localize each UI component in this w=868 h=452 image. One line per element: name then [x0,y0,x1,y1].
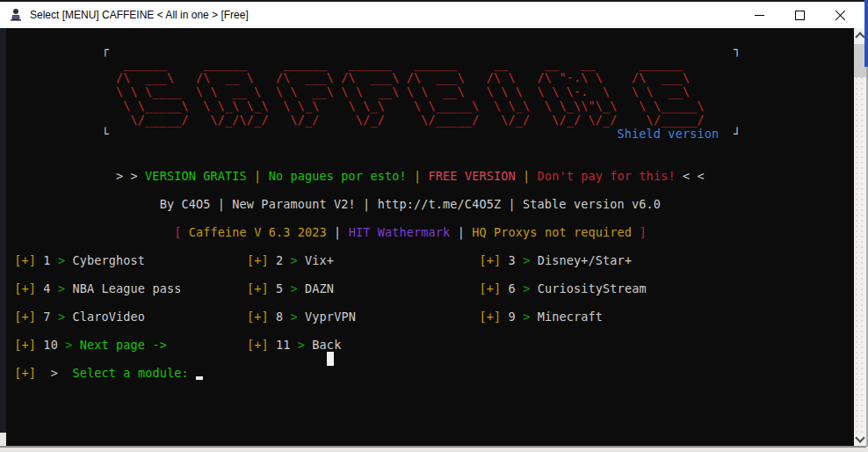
background-blue-edge [864,0,868,67]
tagline-dont-pay: Don't pay for this! [538,169,676,183]
terminal-text: \/_/ \/_/ [538,113,632,127]
terminal-text: /\ ___\ [407,70,487,84]
terminal-text: /\ ___\ [116,70,196,84]
terminal-text: \ \ \-. \ [538,84,632,98]
terminal-text [58,366,73,380]
terminal-text: [+] [247,338,269,352]
desktop: { "window": { "title": "Select [MENU] CA… [0,0,868,452]
terminal-output[interactable]: ┌ ┐ ______ ______ ______ ______ ______ _… [6,28,854,447]
menu-row-2: [+] 4 > NBA League pass [+] 5 > DAZN [+]… [7,281,647,295]
terminal-text: \/_____/ [632,113,712,127]
terminal-text: \ \_\ [487,98,538,113]
terminal-text: /\ ___\ [276,70,341,84]
banner-line-2: /\ ___\ /\ __ \ /\ ___\ /\ ___\ /\ ___\ … [7,70,712,84]
terminal-text [7,197,160,211]
terminal-text: __ __ [538,56,632,70]
terminal-text [145,310,247,324]
terminal-text: \ \_____\ [632,98,712,113]
terminal-text [109,127,618,141]
terminal-text [145,253,247,267]
banner-line-1: ______ ______ ______ ______ ______ __ __… [7,56,712,70]
terminal-text: 3 [501,253,523,267]
menu-item-2-label: Vix+ [305,253,334,267]
terminal-text: 1 [36,253,58,267]
byline-text: By C4O5 | New Paramount V2! | http://t.m… [160,197,661,211]
terminal-text: \/_/\/_/ [196,113,276,127]
minimize-button[interactable] [739,2,779,28]
terminal-text: | [450,225,472,239]
terminal-text: /\ ___\ [632,70,712,84]
terminal-text: /\ "-.\ \ [538,70,632,84]
terminal-text: └ [7,127,109,141]
terminal-text: [+] [247,310,269,324]
menu-item-3-label: Disney+/Star+ [538,253,632,267]
terminal-text: > [291,281,306,295]
scrollbar-track[interactable] [854,28,866,447]
terminal-text: [+] [480,281,502,295]
shield-version-label: Shield version [618,127,720,141]
console-window[interactable]: ┌ ┐ ______ ______ ______ ______ ______ _… [6,28,854,447]
terminal-text [36,366,51,380]
terminal-text: 11 [269,338,298,352]
terminal-text: ______ [341,56,406,70]
hacker-console-app-icon [8,7,24,23]
tagline-no-pagues: No pagues por esto! [269,169,407,183]
terminal-text: \ \ __\ [407,84,487,98]
terminal-text: 10 [36,338,65,352]
terminal-text: > [291,310,306,324]
terminal-text: ______ [632,56,712,70]
terminal-text: [+] [480,310,502,324]
terminal-text: \ \_\ [276,98,341,113]
banner-line-3: \ \ \____ \ \ __ \ \ \ __\ \ \ __\ \ \ _… [7,84,712,98]
terminal-text: [+] [247,253,269,267]
terminal-text: [+] [480,253,502,267]
terminal-text: 2 [269,253,291,267]
menu-item-7-label: ClaroVideo [72,310,145,324]
scroll-down-arrow-icon [855,433,864,442]
terminal-text: __ [487,56,538,70]
titlebar[interactable]: Select [MENU] CAFFEINE < All in one > [F… [0,2,864,28]
terminal-text: > [58,281,73,295]
version-line: [ Caffeine V 6.3 2023 | HIT Wathermark |… [7,225,647,239]
terminal-text: < < [676,169,705,183]
terminal-text: \ \ __\ [632,84,712,98]
terminal-text [7,84,116,98]
banner-line-4: \ \_____\ \ \_\ \_\ \ \_\ \ \_\ \ \_____… [7,98,712,113]
close-button[interactable] [820,2,860,28]
menu-item-8-label: VyprVPN [305,310,356,324]
maximize-button[interactable] [779,2,820,28]
terminal-text: [+] [14,366,36,380]
terminal-text: ______ [116,56,196,70]
tagline-version-gratis: VERSION GRATIS [145,169,247,183]
minimize-icon [755,15,764,16]
version-caffeine: Caffeine V 6.3 2023 [189,225,327,239]
terminal-text [334,281,479,295]
terminal-text: [+] [14,310,36,324]
window-bottom-border [0,446,866,448]
terminal-text [7,56,116,70]
terminal-text: > [291,253,306,267]
terminal-text: ______ [276,56,341,70]
byline: By C4O5 | New Paramount V2! | http://t.m… [7,197,661,211]
scroll-down-button[interactable] [854,433,866,447]
terminal-text: 9 [501,310,523,324]
terminal-text: 8 [269,310,291,324]
terminal-text: \ \_____\ [407,98,487,113]
terminal-text: \ \ \ [487,84,538,98]
tagline: > > VERSION GRATIS | No pagues por esto!… [7,169,705,183]
terminal-text [334,253,479,267]
terminal-text: ┐ [734,42,741,56]
terminal-text: > [523,310,538,324]
terminal-text: \ \_____\ [116,98,196,113]
banner-frame-bottom: └ Shield version ┘ [7,127,741,141]
background-window-sliver [0,28,6,433]
terminal-text: \ \ __\ [341,84,406,98]
version-hit-wathermark: HIT Wathermark [349,225,451,239]
terminal-text: | [247,169,269,183]
terminal-text: | [516,169,538,183]
terminal-text: > [298,338,313,352]
menu-item-10-label: Next page -> [80,338,167,352]
close-icon [835,10,846,21]
menu-item-6-label: CuriosityStream [538,281,647,295]
terminal-text [7,70,116,84]
